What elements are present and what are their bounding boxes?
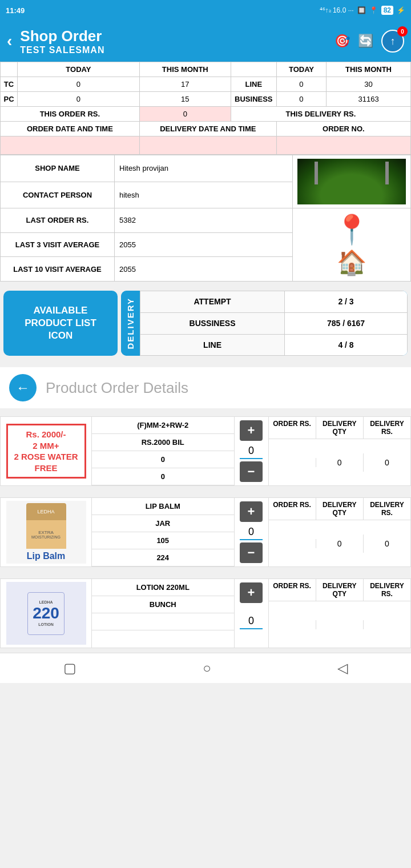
order-rs-header-2: ORDER RS.: [269, 498, 316, 520]
delivery-stats-table: ATTEMPT 2 / 3 BUSSINESS 785 / 6167 LINE …: [140, 291, 408, 356]
tc-thismonth: 17: [139, 77, 231, 92]
order-delivery-values-3: [269, 601, 411, 648]
qty-input[interactable]: 0: [240, 444, 263, 459]
product-price-2: 105: [92, 532, 234, 549]
product-sub-name-3: BUNCH: [92, 596, 234, 613]
product-name-2: LIP BALM: [92, 498, 234, 515]
charging-icon: ⚡: [397, 6, 405, 14]
back-button[interactable]: ‹: [7, 32, 12, 50]
tc-label: TC: [1, 77, 18, 92]
header-title-block: Shop Order TEST SALESMAN: [20, 27, 329, 55]
status-icons: ⁴⁶↑ᵢₗ 16.0 ···: [320, 6, 354, 14]
qty-input-2[interactable]: 0: [240, 525, 263, 540]
qty-minus-button[interactable]: −: [240, 461, 263, 482]
business-today: 0: [276, 92, 326, 107]
lip-balm-top: LEDHA: [26, 503, 66, 520]
nav-circle-icon[interactable]: ○: [203, 660, 211, 676]
bussiness-label: BUSSINESS: [140, 312, 285, 334]
delivery-rs-value-3: [364, 620, 410, 629]
last10visit-value: 2055: [115, 257, 293, 282]
order-rs-header: ORDER RS.: [269, 417, 316, 439]
order-delivery-values: 0 0: [269, 439, 411, 485]
product-qty-controls-2: + 0 −: [235, 498, 269, 566]
target-icon[interactable]: 🎯: [335, 34, 350, 49]
business-label: BUSINESS: [231, 92, 276, 107]
product-order-back-button[interactable]: ←: [9, 374, 37, 401]
delivery-date-label: DELIVERY DATE AND TIME: [139, 122, 276, 136]
available-product-label: AVAILABLE PRODUCT LIST ICON: [11, 304, 110, 342]
contact-person-label: CONTACT PERSON: [1, 182, 115, 208]
product-order-title: Product Order Details: [46, 379, 188, 397]
delivery-rs-header-3: DELIVERYRS.: [364, 579, 410, 601]
status-bar: 11:49 ⁴⁶↑ᵢₗ 16.0 ··· 🔲 📍 82 ⚡: [0, 0, 411, 21]
available-product-list-button[interactable]: AVAILABLE PRODUCT LIST ICON: [3, 291, 118, 356]
order-no-label: ORDER NO.: [276, 122, 410, 136]
pc-today: 0: [18, 92, 140, 107]
order-rs-value-3: [269, 620, 316, 629]
nav-square-icon[interactable]: ▢: [63, 660, 76, 676]
product-info-3: LOTION 220ML BUNCH: [92, 579, 235, 648]
nav-back-icon[interactable]: ◁: [337, 660, 348, 676]
delivery-qty-header-2: DELIVERYQTY: [316, 498, 364, 520]
col-this-month-2: THIS MONTH: [327, 62, 411, 77]
contact-person-value: hitesh: [115, 182, 293, 208]
attempt-label: ATTEMPT: [140, 291, 285, 313]
header-icons: 🎯 🔄 ↑ 0: [335, 30, 404, 53]
order-rs-value: [269, 458, 316, 467]
col-today-1: TODAY: [18, 62, 140, 77]
qty-plus-button-2[interactable]: +: [240, 501, 263, 522]
shop-name-label: SHOP NAME: [1, 155, 115, 182]
last-order-label: LAST ORDER RS.: [1, 208, 115, 233]
order-rs-value-2: [269, 539, 316, 548]
notification-button[interactable]: ↑ 0: [381, 30, 404, 53]
delivery-qty-value: 0: [316, 453, 364, 472]
product-info: (F)MM-2+RW-2 RS.2000 BIL 0 0: [92, 417, 235, 485]
promo-label: Rs. 2000/-2 MM+2 ROSE WATERFREE: [6, 424, 86, 479]
product-image-cell: Rs. 2000/-2 MM+2 ROSE WATERFREE: [1, 417, 92, 485]
product-order-header: ← Product Order Details: [0, 367, 411, 408]
delivery-label: DELIVERY: [121, 291, 140, 356]
shop-name-value: Hitesh provijan: [115, 155, 293, 182]
pc-thismonth: 15: [139, 92, 231, 107]
delivery-rs-header: DELIVERYRS.: [364, 417, 410, 439]
qty-minus-button-2[interactable]: −: [240, 542, 263, 563]
business-thismonth: 31163: [327, 92, 411, 107]
order-no-value: [276, 136, 410, 155]
qty-input-3[interactable]: 0: [240, 614, 263, 629]
delivery-date-value: [139, 136, 276, 155]
product-image-cell-2: LEDHA EXTRA MOISTURIZING Lip Balm: [1, 498, 92, 566]
status-right: ⁴⁶↑ᵢₗ 16.0 ··· 🔲 📍 82 ⚡: [320, 6, 405, 15]
lip-balm-image: LEDHA EXTRA MOISTURIZING Lip Balm: [6, 501, 86, 564]
line-today: 0: [276, 77, 326, 92]
product-card: Rs. 2000/-2 MM+2 ROSE WATERFREE (F)MM-2+…: [0, 416, 411, 486]
product-info-2: LIP BALM JAR 105 224: [92, 498, 235, 566]
last3visit-value: 2055: [115, 232, 293, 257]
house-icon: 🏠: [337, 248, 366, 276]
order-delivery-cols: ORDER RS. DELIVERYQTY DELIVERYRS. 0 0: [269, 417, 411, 485]
shop-image-cell: [293, 155, 411, 208]
delivery-qty-value-2: 0: [316, 535, 364, 553]
this-order-label: THIS ORDER RS.: [1, 107, 140, 122]
lotion-220: 220: [33, 604, 59, 622]
notif-badge: 0: [397, 26, 408, 37]
delivery-line-label: LINE: [140, 334, 285, 356]
lotion-body: LEDHA 220 LOTION: [27, 592, 65, 635]
this-delivery-label: THIS DELIVERY RS.: [231, 107, 410, 122]
delivery-rs-header-2: DELIVERYRS.: [364, 498, 410, 520]
lip-balm-body: EXTRA MOISTURIZING: [26, 520, 66, 549]
last10visit-label: LAST 10 VISIT AVERAGE: [1, 257, 115, 282]
delivery-section: AVAILABLE PRODUCT LIST ICON DELIVERY ATT…: [3, 291, 408, 356]
qty-plus-button-3[interactable]: +: [240, 582, 263, 603]
refresh-icon[interactable]: 🔄: [358, 34, 373, 49]
order-rs-header-3: ORDER RS.: [269, 579, 316, 601]
order-delivery-cols-3: ORDER RS. DELIVERYQTY DELIVERYRS.: [269, 579, 411, 648]
last-order-value: 5382: [115, 208, 293, 233]
qty-plus-button[interactable]: +: [240, 420, 263, 441]
delivery-qty-header: DELIVERYQTY: [316, 417, 364, 439]
order-delivery-header-2: ORDER RS. DELIVERYQTY DELIVERYRS.: [269, 498, 411, 520]
this-order-value: 0: [139, 107, 231, 122]
status-time: 11:49: [6, 6, 25, 15]
product-image-cell-3: LEDHA 220 LOTION: [1, 579, 92, 648]
header-subtitle: TEST SALESMAN: [20, 45, 329, 55]
col-this-month-1: THIS MONTH: [139, 62, 231, 77]
